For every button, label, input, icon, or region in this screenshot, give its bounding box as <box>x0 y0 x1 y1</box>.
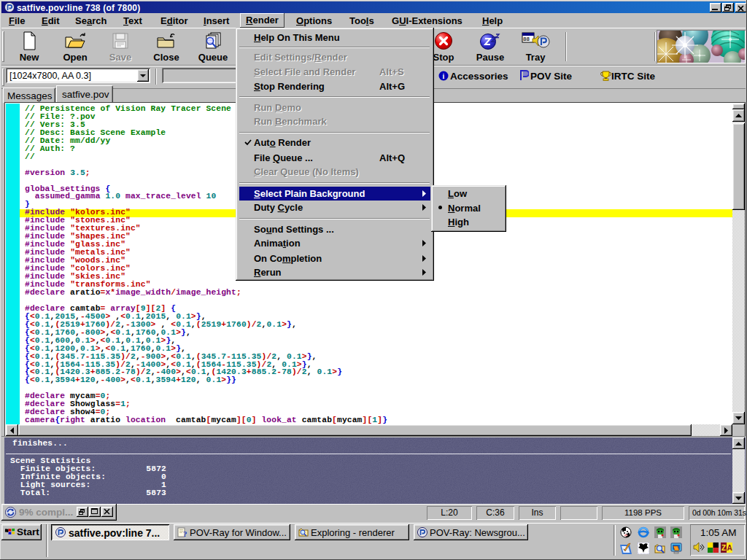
svg-text:i: i <box>443 72 445 80</box>
svg-text:88: 88 <box>523 36 530 42</box>
svg-text:A: A <box>727 544 732 552</box>
svg-text:?: ? <box>183 529 187 537</box>
svg-text:Z: Z <box>721 544 726 552</box>
